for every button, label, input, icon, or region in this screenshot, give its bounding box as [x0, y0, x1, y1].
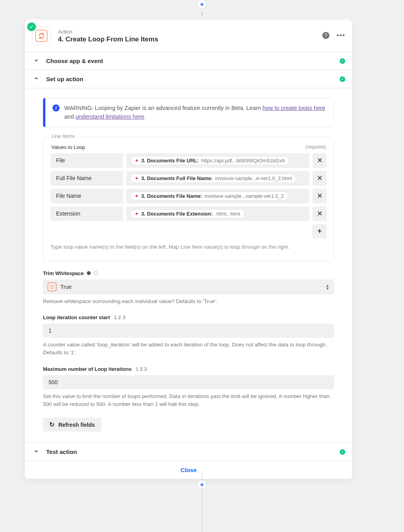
pill-value: invoivce-sample...sample-ver1.0_2	[205, 193, 284, 199]
section-choose-app[interactable]: Choose app & event ✓	[25, 52, 352, 70]
counter-help: A counter value called 'loop_iteration' …	[43, 341, 334, 357]
radio-icon	[94, 271, 98, 275]
trim-label: Trim Whitespace	[43, 270, 84, 276]
section-choose-label: Choose app & event	[46, 58, 103, 64]
puzzle-icon: ✦	[135, 158, 139, 164]
max-hint-label: 1 2 3	[136, 366, 147, 372]
chevron-up-icon	[34, 76, 41, 82]
select-caret-icon: ▴▾	[326, 284, 329, 290]
card-header: Action 4. Create Loop From Line Items ? …	[25, 20, 352, 52]
more-icon[interactable]: •••	[337, 32, 345, 39]
line-item-key-input[interactable]: File	[50, 153, 123, 168]
counter-input[interactable]: 1	[43, 324, 334, 338]
pill-label: 3. Documents File Extension:	[141, 211, 213, 217]
counter-hint-label: 1 2 3	[114, 314, 125, 320]
line-item-value-input[interactable]: ✦ 3. Documents Full File Name: invoivce-…	[126, 171, 309, 186]
line-items-hint: Type loop value name(s) in the field(s) …	[50, 244, 327, 250]
remove-row-button[interactable]: ✕	[312, 189, 327, 203]
counter-label: Loop iteration counter start	[43, 314, 110, 320]
values-to-loop-label: Values to Loop	[51, 144, 85, 150]
info-text-mid: and	[64, 113, 75, 120]
refresh-label: Refresh fields	[58, 422, 95, 428]
line-item-row: Extension ✦ 3. Documents File Extension:…	[50, 206, 327, 221]
page-title: 4. Create Loop From Line Items	[58, 35, 158, 43]
max-help: Set this value to limit the number of lo…	[43, 392, 334, 409]
puzzle-icon: ✦	[135, 211, 139, 217]
remove-row-button[interactable]: ✕	[312, 206, 327, 221]
pill-label: 3. Documents Full File Name:	[141, 175, 213, 181]
line-item-value-input[interactable]: ✦ 3. Documents File Extension: .html, .h…	[126, 206, 309, 221]
line-items-fieldset: Line Items Values to Loop (required) Fil…	[43, 137, 334, 261]
arrow-down-icon: ↓	[200, 9, 204, 17]
line-item-key-input[interactable]: File Name	[50, 189, 123, 203]
refresh-icon: ↻	[49, 421, 54, 428]
radio-icon	[87, 271, 91, 275]
counter-value: 1	[49, 327, 52, 334]
line-item-row: File ✦ 3. Documents File URL: https://ap…	[50, 153, 327, 168]
pill-label: 3. Documents File URL:	[141, 158, 199, 164]
max-input[interactable]: 500	[43, 375, 334, 389]
check-icon: ✓	[340, 76, 345, 82]
info-link-limitations[interactable]: understand limitations here	[75, 113, 144, 120]
check-icon: ✓	[340, 449, 345, 455]
line-item-row: File Name ✦ 3. Documents File Name: invo…	[50, 189, 327, 203]
chevron-down-icon	[34, 58, 41, 64]
add-step-bottom-button[interactable]: +	[197, 480, 207, 489]
trim-value: True	[60, 284, 71, 290]
loop-icon	[48, 283, 56, 291]
info-link-create-loops[interactable]: how to create loops here	[262, 105, 325, 111]
close-button[interactable]: Close	[25, 461, 352, 479]
line-item-value-input[interactable]: ✦ 3. Documents File URL: https://api.pdf…	[126, 153, 309, 168]
pill-label: 3. Documents File Name:	[141, 193, 202, 199]
fieldset-legend: Line Items	[49, 133, 77, 139]
info-text-prefix: WARNING: Looping by Zapier is an advance…	[64, 105, 262, 111]
max-value: 500	[49, 379, 58, 385]
puzzle-icon: ✦	[135, 175, 139, 181]
line-item-key-input[interactable]: Full File Name	[50, 171, 123, 186]
check-icon: ✓	[340, 58, 345, 64]
loop-icon	[36, 30, 47, 42]
line-item-value-input[interactable]: ✦ 3. Documents File Name: invoivce-sampl…	[126, 189, 309, 203]
max-label: Maximum number of Loop iterations	[43, 366, 132, 372]
header-type: Action	[58, 29, 158, 35]
remove-row-button[interactable]: ✕	[312, 171, 327, 186]
remove-row-button[interactable]: ✕	[312, 153, 327, 168]
action-card: ✓ Action 4. Create Loop From Line Items …	[24, 20, 353, 479]
pill-value: https://api.pdf...WdlSWQiOm51bGx9	[201, 158, 285, 164]
warning-banner: i WARNING: Looping by Zapier is an advan…	[43, 98, 334, 127]
section-test-action[interactable]: Test action ✓	[25, 443, 352, 461]
info-icon: i	[52, 104, 60, 112]
trim-select[interactable]: True ▴▾	[43, 279, 334, 294]
line-item-row: Full File Name ✦ 3. Documents Full File …	[50, 171, 327, 186]
pill-value: invoivce-sample...e-ver1.0_2.html	[215, 175, 292, 181]
help-icon[interactable]: ?	[322, 32, 329, 39]
line-item-key-input[interactable]: Extension	[50, 206, 123, 221]
chevron-down-icon	[34, 448, 41, 455]
status-check-icon: ✓	[27, 22, 36, 31]
field-type-toggle[interactable]	[87, 271, 98, 275]
add-row-button[interactable]: +	[312, 224, 327, 238]
trim-help: Remove whitespace surrounding each indiv…	[43, 298, 334, 305]
pill-value: .html, .html	[215, 211, 240, 217]
connector-line	[202, 489, 202, 532]
puzzle-icon: ✦	[135, 193, 139, 199]
section-setup-action[interactable]: Set up action ✓	[25, 70, 352, 88]
section-setup-label: Set up action	[46, 76, 83, 82]
add-step-top-button[interactable]: +	[197, 0, 207, 9]
info-text-suffix: .	[144, 113, 146, 120]
refresh-fields-button[interactable]: ↻ Refresh fields	[43, 418, 101, 432]
required-label: (required)	[305, 144, 326, 150]
section-test-label: Test action	[46, 448, 77, 455]
